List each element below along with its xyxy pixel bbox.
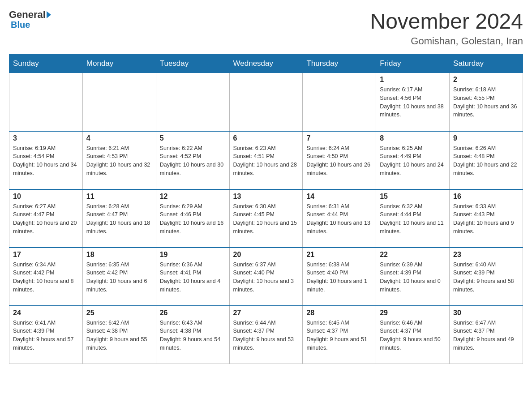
calendar-cell: 21Sunrise: 6:38 AM Sunset: 4:40 PM Dayli… xyxy=(303,248,376,306)
day-number: 13 xyxy=(233,193,299,201)
calendar-cell: 27Sunrise: 6:44 AM Sunset: 4:37 PM Dayli… xyxy=(229,306,303,364)
calendar-cell: 15Sunrise: 6:32 AM Sunset: 4:44 PM Dayli… xyxy=(376,189,450,248)
calendar-cell: 6Sunrise: 6:23 AM Sunset: 4:51 PM Daylig… xyxy=(229,131,303,189)
day-info: Sunrise: 6:36 AM Sunset: 4:41 PM Dayligh… xyxy=(160,261,226,294)
location-title: Gomishan, Golestan, Iran xyxy=(370,35,523,47)
calendar-cell: 14Sunrise: 6:31 AM Sunset: 4:44 PM Dayli… xyxy=(303,189,376,248)
calendar-cell: 29Sunrise: 6:46 AM Sunset: 4:37 PM Dayli… xyxy=(376,306,450,364)
month-title: November 2024 xyxy=(370,9,523,34)
day-number: 3 xyxy=(13,134,79,142)
day-info: Sunrise: 6:35 AM Sunset: 4:42 PM Dayligh… xyxy=(86,261,152,294)
calendar-cell: 28Sunrise: 6:45 AM Sunset: 4:37 PM Dayli… xyxy=(303,306,376,364)
day-number: 30 xyxy=(453,309,519,317)
day-info: Sunrise: 6:47 AM Sunset: 4:37 PM Dayligh… xyxy=(453,319,519,352)
day-info: Sunrise: 6:24 AM Sunset: 4:50 PM Dayligh… xyxy=(306,144,372,178)
day-info: Sunrise: 6:21 AM Sunset: 4:53 PM Dayligh… xyxy=(86,144,152,178)
calendar-cell: 12Sunrise: 6:29 AM Sunset: 4:46 PM Dayli… xyxy=(156,189,229,248)
day-number: 4 xyxy=(86,134,152,142)
day-number: 16 xyxy=(453,193,519,201)
day-number: 9 xyxy=(453,134,519,142)
calendar-header-row: SundayMondayTuesdayWednesdayThursdayFrid… xyxy=(9,55,523,73)
day-number: 28 xyxy=(306,309,372,317)
day-number: 21 xyxy=(306,251,372,259)
day-info: Sunrise: 6:33 AM Sunset: 4:43 PM Dayligh… xyxy=(453,202,519,236)
day-number: 7 xyxy=(306,134,372,142)
day-number: 8 xyxy=(380,134,446,142)
header-monday: Monday xyxy=(82,55,156,73)
calendar-table: SundayMondayTuesdayWednesdayThursdayFrid… xyxy=(9,54,523,364)
calendar-cell: 22Sunrise: 6:39 AM Sunset: 4:39 PM Dayli… xyxy=(376,248,450,306)
calendar-cell: 23Sunrise: 6:40 AM Sunset: 4:39 PM Dayli… xyxy=(450,248,523,306)
calendar-cell xyxy=(156,73,229,131)
day-number: 26 xyxy=(160,309,226,317)
day-info: Sunrise: 6:32 AM Sunset: 4:44 PM Dayligh… xyxy=(380,202,446,236)
day-info: Sunrise: 6:34 AM Sunset: 4:42 PM Dayligh… xyxy=(13,261,79,294)
calendar-cell: 1Sunrise: 6:17 AM Sunset: 4:56 PM Daylig… xyxy=(376,73,450,131)
day-number: 25 xyxy=(86,309,152,317)
logo-arrow-icon xyxy=(47,11,51,18)
calendar-cell: 16Sunrise: 6:33 AM Sunset: 4:43 PM Dayli… xyxy=(450,189,523,248)
day-info: Sunrise: 6:25 AM Sunset: 4:49 PM Dayligh… xyxy=(380,144,446,178)
calendar-cell: 5Sunrise: 6:22 AM Sunset: 4:52 PM Daylig… xyxy=(156,131,229,189)
week-row-3: 10Sunrise: 6:27 AM Sunset: 4:47 PM Dayli… xyxy=(9,189,523,248)
day-info: Sunrise: 6:28 AM Sunset: 4:47 PM Dayligh… xyxy=(86,202,152,236)
logo-blue-word: Blue xyxy=(11,20,30,30)
calendar-cell: 9Sunrise: 6:26 AM Sunset: 4:48 PM Daylig… xyxy=(450,131,523,189)
day-number: 22 xyxy=(380,251,446,259)
day-number: 27 xyxy=(233,309,299,317)
day-info: Sunrise: 6:30 AM Sunset: 4:45 PM Dayligh… xyxy=(233,202,299,236)
day-number: 12 xyxy=(160,193,226,201)
day-info: Sunrise: 6:41 AM Sunset: 4:39 PM Dayligh… xyxy=(13,319,79,352)
calendar-cell: 30Sunrise: 6:47 AM Sunset: 4:37 PM Dayli… xyxy=(450,306,523,364)
calendar-cell: 4Sunrise: 6:21 AM Sunset: 4:53 PM Daylig… xyxy=(82,131,156,189)
calendar-cell: 20Sunrise: 6:37 AM Sunset: 4:40 PM Dayli… xyxy=(229,248,303,306)
day-number: 11 xyxy=(86,193,152,201)
week-row-5: 24Sunrise: 6:41 AM Sunset: 4:39 PM Dayli… xyxy=(9,306,523,364)
week-row-1: 1Sunrise: 6:17 AM Sunset: 4:56 PM Daylig… xyxy=(9,73,523,131)
calendar-cell: 19Sunrise: 6:36 AM Sunset: 4:41 PM Dayli… xyxy=(156,248,229,306)
title-block: November 2024 Gomishan, Golestan, Iran xyxy=(370,9,523,47)
day-number: 18 xyxy=(86,251,152,259)
day-info: Sunrise: 6:38 AM Sunset: 4:40 PM Dayligh… xyxy=(306,261,372,294)
day-number: 5 xyxy=(160,134,226,142)
day-info: Sunrise: 6:31 AM Sunset: 4:44 PM Dayligh… xyxy=(306,202,372,236)
day-info: Sunrise: 6:18 AM Sunset: 4:55 PM Dayligh… xyxy=(453,86,519,119)
calendar-cell: 10Sunrise: 6:27 AM Sunset: 4:47 PM Dayli… xyxy=(9,189,83,248)
logo: General Blue xyxy=(9,9,51,30)
day-info: Sunrise: 6:17 AM Sunset: 4:56 PM Dayligh… xyxy=(380,86,446,119)
header-sunday: Sunday xyxy=(9,55,83,73)
header-friday: Friday xyxy=(376,55,450,73)
calendar-cell: 18Sunrise: 6:35 AM Sunset: 4:42 PM Dayli… xyxy=(82,248,156,306)
day-info: Sunrise: 6:40 AM Sunset: 4:39 PM Dayligh… xyxy=(453,261,519,294)
calendar-cell xyxy=(303,73,376,131)
day-number: 14 xyxy=(306,193,372,201)
calendar-cell: 8Sunrise: 6:25 AM Sunset: 4:49 PM Daylig… xyxy=(376,131,450,189)
header-tuesday: Tuesday xyxy=(156,55,229,73)
logo-general-text: General xyxy=(9,9,51,21)
day-number: 17 xyxy=(13,251,79,259)
calendar-cell: 11Sunrise: 6:28 AM Sunset: 4:47 PM Dayli… xyxy=(82,189,156,248)
page-header: General Blue November 2024 Gomishan, Gol… xyxy=(9,9,523,47)
day-info: Sunrise: 6:44 AM Sunset: 4:37 PM Dayligh… xyxy=(233,319,299,352)
day-info: Sunrise: 6:46 AM Sunset: 4:37 PM Dayligh… xyxy=(380,319,446,352)
header-thursday: Thursday xyxy=(303,55,376,73)
calendar-cell: 17Sunrise: 6:34 AM Sunset: 4:42 PM Dayli… xyxy=(9,248,83,306)
day-info: Sunrise: 6:39 AM Sunset: 4:39 PM Dayligh… xyxy=(380,261,446,294)
calendar-cell xyxy=(229,73,303,131)
day-info: Sunrise: 6:42 AM Sunset: 4:38 PM Dayligh… xyxy=(86,319,152,352)
day-number: 15 xyxy=(380,193,446,201)
day-info: Sunrise: 6:22 AM Sunset: 4:52 PM Dayligh… xyxy=(160,144,226,178)
calendar-cell: 26Sunrise: 6:43 AM Sunset: 4:38 PM Dayli… xyxy=(156,306,229,364)
calendar-cell: 2Sunrise: 6:18 AM Sunset: 4:55 PM Daylig… xyxy=(450,73,523,131)
week-row-4: 17Sunrise: 6:34 AM Sunset: 4:42 PM Dayli… xyxy=(9,248,523,306)
day-info: Sunrise: 6:43 AM Sunset: 4:38 PM Dayligh… xyxy=(160,319,226,352)
day-info: Sunrise: 6:29 AM Sunset: 4:46 PM Dayligh… xyxy=(160,202,226,236)
day-number: 1 xyxy=(380,76,446,84)
day-number: 2 xyxy=(453,76,519,84)
day-number: 24 xyxy=(13,309,79,317)
calendar-cell: 25Sunrise: 6:42 AM Sunset: 4:38 PM Dayli… xyxy=(82,306,156,364)
day-number: 29 xyxy=(380,309,446,317)
day-number: 23 xyxy=(453,251,519,259)
calendar-cell xyxy=(82,73,156,131)
logo-general-word: General xyxy=(9,9,46,21)
